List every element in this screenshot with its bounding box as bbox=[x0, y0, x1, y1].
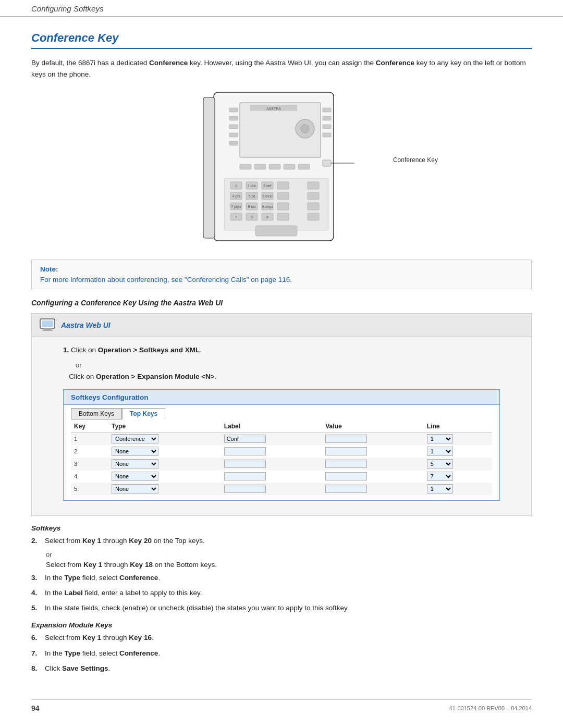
row3-value-input[interactable] bbox=[325, 460, 367, 468]
step-8-num: 8. bbox=[31, 663, 42, 674]
row2-line-select[interactable]: 1 bbox=[427, 447, 453, 456]
step-6: 6. Select from Key 1 through Key 16. bbox=[31, 632, 532, 644]
row4-line: 7 bbox=[424, 470, 492, 483]
row5-label bbox=[221, 483, 323, 495]
footer-doc-ref: 41-001524-00 REV00 – 04.2014 bbox=[449, 705, 532, 711]
step-5-text: In the state fields, check (enable) or u… bbox=[45, 602, 349, 614]
row1-type: Conference bbox=[108, 433, 221, 446]
svg-rect-51 bbox=[308, 213, 319, 220]
row5-key: 5 bbox=[71, 483, 108, 495]
row1-value bbox=[322, 433, 424, 446]
row3-value bbox=[322, 458, 424, 470]
row4-key: 4 bbox=[71, 470, 108, 483]
conf-key-label-text: Conference Key bbox=[393, 156, 438, 164]
svg-rect-13 bbox=[323, 133, 331, 137]
row3-key: 3 bbox=[71, 458, 108, 470]
step-3-text: In the Type field, select Conference. bbox=[45, 572, 160, 584]
step-6-text: Select from Key 1 through Key 16. bbox=[45, 632, 154, 644]
config-table-body: 1 Conference bbox=[71, 433, 492, 496]
row5-type-select[interactable]: None bbox=[112, 484, 158, 493]
footer-page-num: 94 bbox=[31, 704, 40, 712]
svg-rect-12 bbox=[323, 125, 331, 129]
row1-value-input[interactable] bbox=[325, 435, 367, 443]
row4-label bbox=[221, 470, 323, 483]
row1-type-select[interactable]: Conference bbox=[112, 434, 158, 443]
step-1b: Click on Operation > Expansion Module <N… bbox=[63, 371, 500, 382]
svg-rect-18 bbox=[269, 164, 280, 169]
svg-rect-35 bbox=[308, 192, 319, 200]
svg-rect-55 bbox=[255, 226, 297, 236]
row1-label-input[interactable] bbox=[224, 435, 266, 443]
svg-text:AASTRA: AASTRA bbox=[266, 107, 281, 110]
softkeys-config-title: Softkeys Configuration bbox=[71, 393, 149, 401]
svg-text:6 mno: 6 mno bbox=[262, 194, 273, 198]
row3-line-select[interactable]: 5 bbox=[427, 459, 453, 468]
aastra-title: Aastra Web UI bbox=[61, 321, 111, 329]
row4-value-input[interactable] bbox=[325, 472, 367, 480]
step-5-num: 5. bbox=[31, 602, 42, 614]
step-4-text: In the Label field, enter a label to app… bbox=[45, 587, 202, 599]
svg-rect-27 bbox=[308, 182, 319, 189]
row2-label-input[interactable] bbox=[224, 447, 266, 455]
svg-rect-16 bbox=[240, 164, 251, 169]
col-label: Label bbox=[221, 421, 323, 433]
row3-label-input[interactable] bbox=[224, 460, 266, 468]
step-8-text: Click Save Settings. bbox=[45, 663, 110, 674]
row5-value-input[interactable] bbox=[325, 485, 367, 493]
row2-type: None bbox=[108, 445, 221, 458]
steps-container: 1. Click on Operation > Softkeys and XML… bbox=[32, 337, 531, 515]
svg-rect-26 bbox=[277, 182, 289, 189]
svg-text:5 jkl: 5 jkl bbox=[249, 194, 255, 199]
step-5: 5. In the state fields, check (enable) o… bbox=[31, 602, 532, 614]
row4-line-select[interactable]: 7 bbox=[427, 472, 453, 481]
main-content: Conference Key By default, the 6867i has… bbox=[0, 17, 563, 709]
aastra-header: Aastra Web UI bbox=[32, 314, 531, 337]
svg-rect-20 bbox=[298, 164, 310, 169]
row1-label bbox=[221, 433, 323, 446]
step-7-num: 7. bbox=[31, 648, 42, 659]
row1-key: 1 bbox=[71, 433, 108, 446]
page-header: Configuring Softkeys bbox=[0, 0, 563, 17]
step-3: 3. In the Type field, select Conference. bbox=[31, 572, 532, 584]
svg-rect-9 bbox=[229, 141, 238, 145]
phone-image-area: AASTRA bbox=[31, 87, 532, 250]
tabs-row: Bottom Keys Top Keys bbox=[64, 405, 499, 419]
row4-label-input[interactable] bbox=[224, 472, 266, 480]
row5-type: None bbox=[108, 483, 221, 495]
svg-rect-58 bbox=[43, 328, 52, 330]
config-table: Key Type Label Value Line 1 bbox=[71, 421, 492, 495]
row4-type-select[interactable]: None bbox=[112, 472, 158, 481]
svg-rect-42 bbox=[277, 203, 289, 210]
row4-value bbox=[322, 470, 424, 483]
row2-type-select[interactable]: None bbox=[112, 447, 158, 456]
tab-bottom-keys[interactable]: Bottom Keys bbox=[71, 408, 122, 419]
svg-text:4 ghi: 4 ghi bbox=[232, 194, 240, 199]
col-key: Key bbox=[71, 421, 108, 433]
softkeys-config-box: Softkeys Configuration Bottom Keys Top K… bbox=[63, 389, 500, 501]
row5-label-input[interactable] bbox=[224, 485, 266, 493]
table-row: 1 Conference bbox=[71, 433, 492, 446]
step-4-num: 4. bbox=[31, 587, 42, 599]
tab-top-keys[interactable]: Top Keys bbox=[122, 408, 165, 419]
step-1-or: or bbox=[76, 361, 500, 369]
row1-line-select[interactable]: 1 bbox=[427, 434, 453, 443]
aastra-web-ui-box: Aastra Web UI 1. Click on Operation > So… bbox=[31, 313, 532, 516]
row3-type-select[interactable]: None bbox=[112, 459, 158, 468]
phone-svg: AASTRA bbox=[193, 87, 370, 249]
svg-text:1: 1 bbox=[235, 184, 237, 188]
step-1: 1. Click on Operation > Softkeys and XML… bbox=[63, 344, 500, 356]
step-2-num: 2. bbox=[31, 535, 42, 547]
row2-key: 2 bbox=[71, 445, 108, 458]
intro-text: By default, the 6867i has a dedicated Co… bbox=[31, 57, 532, 80]
step-8: 8. Click Save Settings. bbox=[31, 663, 532, 674]
config-table-wrapper: Key Type Label Value Line 1 bbox=[64, 421, 499, 500]
note-label: Note: bbox=[40, 265, 523, 273]
row2-label bbox=[221, 445, 323, 458]
row2-value-input[interactable] bbox=[325, 447, 367, 455]
svg-rect-43 bbox=[308, 203, 319, 210]
note-text[interactable]: For more information about conferencing,… bbox=[40, 276, 292, 283]
row5-line-select[interactable]: 1 bbox=[427, 484, 453, 493]
svg-rect-59 bbox=[42, 330, 53, 331]
softkeys-sub-heading: Softkeys bbox=[31, 524, 532, 532]
conf-key-label: Conference Key bbox=[393, 156, 438, 164]
